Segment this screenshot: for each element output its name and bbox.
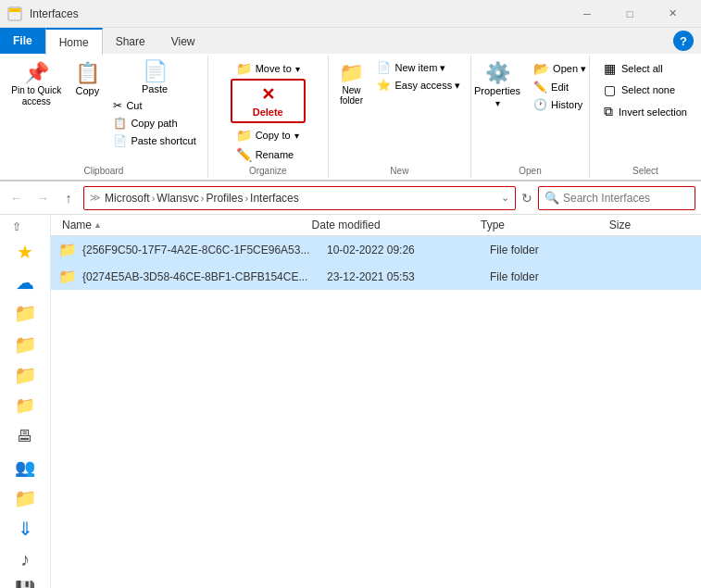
select-all-button[interactable]: ▦ Select all: [600, 59, 691, 78]
new-group-label: New: [334, 164, 465, 178]
path-wlansvc[interactable]: Wlansvc: [156, 192, 198, 205]
file-row-0[interactable]: 📁 {256F9C50-17F7-4A2E-8C6C-1F5CE96A53...…: [51, 236, 701, 263]
nav-item-onedrive[interactable]: ☁: [8, 269, 42, 297]
open-icon: 📂: [533, 61, 549, 76]
address-box[interactable]: ≫ Microsoft › Wlansvc › Profiles › Inter…: [83, 186, 516, 210]
select-col: ▦ Select all ▢ Select none ⧉ Invert sele…: [600, 59, 691, 121]
col-header-type[interactable]: Type: [477, 219, 606, 231]
invert-selection-button[interactable]: ⧉ Invert selection: [600, 102, 691, 121]
forward-button[interactable]: →: [31, 187, 54, 209]
refresh-button[interactable]: ↻: [519, 191, 534, 206]
nav-item-folder5[interactable]: 📁: [8, 483, 42, 512]
open-btn[interactable]: 📂 Open ▾: [528, 59, 592, 78]
close-button[interactable]: ✕: [651, 0, 694, 28]
properties-button[interactable]: ⚙️ Properties ▾: [469, 59, 526, 112]
clipboard-group: 📌 Pin to Quick access 📋 Copy 📄 Paste ✂: [0, 56, 208, 178]
pin-to-quick-button[interactable]: 📌 Pin to Quick access: [6, 59, 67, 111]
nav-up-button[interactable]: ⇧: [7, 219, 26, 235]
search-input[interactable]: [563, 192, 701, 205]
search-box[interactable]: 🔍: [538, 186, 695, 210]
scissors-icon: ✂: [113, 99, 122, 112]
path-sep-2: ›: [201, 193, 205, 204]
up-button[interactable]: ↑: [57, 187, 80, 209]
easy-access-button[interactable]: ⭐ Easy access ▾: [371, 77, 466, 94]
file-row-1[interactable]: 📁 {0274E5AB-3D58-46CE-8BF1-CBFB154CE... …: [51, 263, 701, 290]
tab-file[interactable]: File: [0, 28, 45, 54]
tab-view[interactable]: View: [158, 28, 208, 54]
new-folder-icon: 📁: [339, 63, 364, 83]
file-list-area: Name ▲ Date modified Type Size 📁 {256F9C…: [51, 215, 701, 588]
address-bar-row: ← → ↑ ≫ Microsoft › Wlansvc › Profiles ›…: [0, 181, 701, 215]
properties-dropdown-icon: ▾: [495, 98, 500, 108]
ribbon-help-area: ?: [670, 28, 701, 54]
svg-rect-1: [9, 8, 20, 12]
path-microsoft[interactable]: Microsoft: [105, 192, 150, 205]
history-btn[interactable]: 🕐 History: [528, 96, 592, 113]
properties-icon: ⚙️: [485, 63, 510, 83]
new-group: 📁 New folder 📄 New item ▾ ⭐ Easy access …: [329, 56, 471, 178]
open-group-inner: ⚙️ Properties ▾ 📂 Open ▾ ✏️ Edit 🕐: [469, 59, 592, 164]
new-folder-button[interactable]: 📁 New folder: [332, 59, 369, 109]
delete-icon: ✕: [261, 84, 275, 105]
open-label: Open: [477, 164, 583, 178]
copy-button[interactable]: 📋 Copy: [69, 59, 106, 100]
address-dropdown-icon[interactable]: ⌄: [501, 192, 509, 204]
nav-item-this-pc[interactable]: 🖶: [8, 422, 42, 451]
sort-icon-name: ▲: [94, 220, 102, 230]
nav-item-drive[interactable]: 💾: [8, 576, 42, 588]
new-items-col: 📄 New item ▾ ⭐ Easy access ▾: [371, 59, 466, 94]
file-name-1: {0274E5AB-3D58-46CE-8BF1-CBFB154CE...: [82, 270, 327, 283]
col-header-name[interactable]: Name ▲: [58, 219, 308, 231]
file-type-0: File folder: [490, 244, 612, 256]
nav-item-starred[interactable]: ★: [8, 237, 42, 266]
select-none-button[interactable]: ▢ Select none: [600, 81, 691, 99]
paste-shortcut-button[interactable]: 📄 Paste shortcut: [107, 132, 201, 149]
title-bar: Interfaces ─ □ ✕: [0, 0, 701, 28]
col-header-date[interactable]: Date modified: [308, 219, 477, 231]
nav-item-downloads[interactable]: ⇓: [8, 514, 42, 543]
file-date-0: 10-02-2022 09:26: [327, 244, 490, 256]
path-profiles[interactable]: Profiles: [206, 192, 243, 205]
nav-item-folder3[interactable]: 📁: [8, 360, 42, 389]
paste-col: 📄 Paste ✂ Cut 📋 Copy path 📄 Paste shortc…: [107, 59, 201, 149]
ribbon-content: 📌 Pin to Quick access 📋 Copy 📄 Paste ✂: [0, 54, 701, 181]
copy-dropdown-icon: ▾: [294, 131, 299, 141]
tab-home[interactable]: Home: [45, 28, 103, 55]
pin-icon: 📌: [24, 63, 49, 83]
copy-path-button[interactable]: 📋 Copy path: [107, 115, 201, 131]
paste-icon: 📄: [143, 61, 168, 81]
copy-to-button[interactable]: 📁 Copy to ▾: [231, 126, 306, 144]
tab-share[interactable]: Share: [103, 28, 158, 54]
file-name-0: {256F9C50-17F7-4A2E-8C6C-1F5CE96A53...: [82, 244, 327, 256]
move-dropdown-icon: ▾: [295, 64, 300, 74]
organize-group-inner: 📁 Move to ▾ ✕ Delete 📁 Copy to ▾: [231, 59, 306, 164]
organize-col1: 📁 Move to ▾ ✕ Delete 📁 Copy to ▾: [231, 59, 306, 164]
new-item-icon: 📄: [377, 61, 391, 74]
edit-btn[interactable]: ✏️ Edit: [528, 79, 592, 95]
select-label: Select: [595, 164, 695, 178]
col-header-size[interactable]: Size: [606, 219, 694, 231]
organize-group: 📁 Move to ▾ ✕ Delete 📁 Copy to ▾: [208, 56, 329, 178]
minimize-button[interactable]: ─: [566, 0, 608, 28]
path-sep-1: ›: [152, 193, 156, 204]
rename-button[interactable]: ✏️ Rename: [231, 145, 306, 164]
paste-button[interactable]: 📄 Paste: [107, 59, 201, 96]
back-button[interactable]: ←: [6, 187, 28, 209]
rename-icon: ✏️: [236, 147, 252, 162]
move-icon: 📁: [236, 61, 252, 76]
title-controls: ─ □ ✕: [566, 0, 694, 28]
cut-button[interactable]: ✂ Cut: [107, 97, 201, 114]
nav-item-folder2[interactable]: 📁: [8, 330, 42, 358]
path-interfaces[interactable]: Interfaces: [250, 192, 299, 205]
delete-button[interactable]: ✕ Delete: [231, 79, 306, 123]
nav-item-folder4[interactable]: 📁: [8, 391, 42, 419]
nav-item-folder1[interactable]: 📁: [8, 299, 42, 328]
help-button[interactable]: ?: [673, 31, 694, 51]
move-to-button[interactable]: 📁 Move to ▾: [231, 59, 306, 78]
maximize-button[interactable]: □: [608, 0, 651, 28]
nav-item-network[interactable]: 👥: [8, 453, 42, 482]
new-item-button[interactable]: 📄 New item ▾: [371, 59, 466, 76]
path-sep-3: ›: [244, 193, 248, 204]
new-group-inner: 📁 New folder 📄 New item ▾ ⭐ Easy access …: [332, 59, 466, 164]
nav-item-music[interactable]: ♪: [8, 545, 42, 574]
